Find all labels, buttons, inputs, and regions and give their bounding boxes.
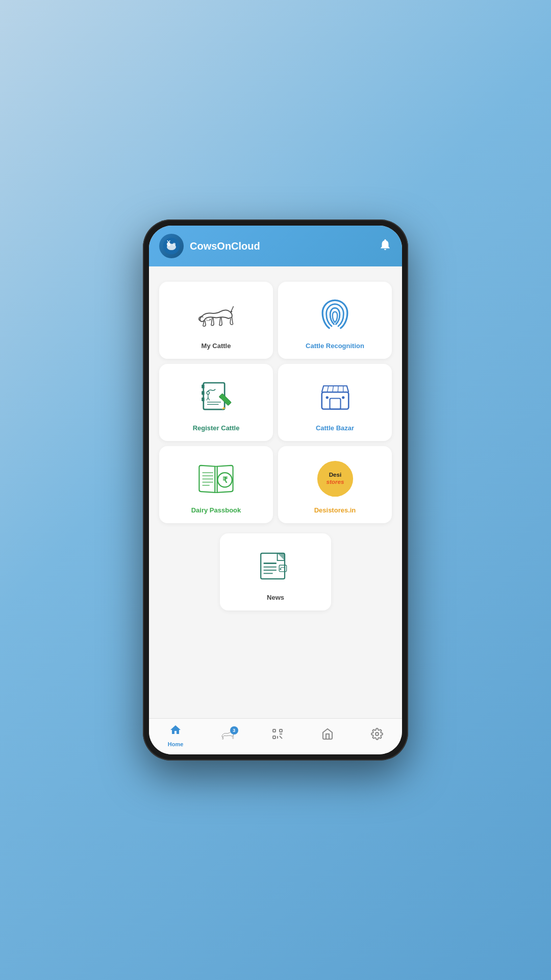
app-logo [159, 234, 184, 258]
svg-line-14 [208, 398, 209, 400]
home-icon [169, 724, 182, 739]
svg-point-23 [342, 396, 344, 399]
svg-point-49 [375, 732, 379, 736]
nav-cattle[interactable]: 3 [221, 728, 234, 743]
svg-rect-10 [202, 398, 204, 401]
register-cattle-label: Register Cattle [193, 424, 240, 432]
desistores-label: Desistores.in [314, 506, 356, 514]
svg-line-13 [207, 398, 208, 400]
svg-rect-44 [280, 729, 282, 732]
app-title: CowsOnCloud [190, 240, 372, 252]
news-item[interactable]: News [220, 533, 332, 610]
nav-home[interactable]: Home [168, 724, 184, 747]
passbook-icon: ₹ [196, 458, 237, 499]
svg-rect-36 [261, 553, 285, 579]
svg-rect-8 [202, 385, 204, 388]
cattle-bazar-item[interactable]: Cattle Bazar [278, 364, 392, 441]
cattle-recognition-label: Cattle Recognition [306, 342, 364, 350]
bottom-nav: Home 3 [149, 718, 402, 754]
svg-rect-21 [330, 399, 340, 409]
nav-home-label: Home [168, 741, 184, 747]
fingerprint-icon [315, 294, 356, 335]
svg-text:₹: ₹ [222, 476, 228, 484]
svg-point-3 [173, 243, 176, 246]
register-cattle-item[interactable]: Register Cattle [159, 364, 273, 441]
settings-icon [371, 728, 383, 743]
nav-settings[interactable] [371, 728, 383, 743]
news-row: News [154, 528, 397, 616]
svg-point-11 [207, 391, 209, 394]
svg-point-22 [325, 396, 328, 399]
svg-rect-9 [202, 391, 204, 395]
svg-rect-20 [321, 392, 348, 409]
cattle-bazar-label: Cattle Bazar [316, 424, 354, 432]
dairy-passbook-label: Dairy Passbook [191, 506, 241, 514]
desi-icon: Desi stores [315, 458, 356, 499]
desistores-item[interactable]: Desi stores Desistores.in [278, 446, 392, 523]
news-icon [255, 546, 296, 586]
my-cattle-item[interactable]: My Cattle [159, 282, 273, 359]
svg-text:stores: stores [326, 478, 344, 485]
news-label: News [267, 594, 284, 601]
my-cattle-label: My Cattle [202, 342, 231, 350]
svg-text:Desi: Desi [329, 471, 341, 478]
cattle-icon [196, 294, 237, 335]
menu-grid: My Cattle [154, 277, 397, 528]
shop-icon [321, 728, 334, 743]
cattle-recognition-item[interactable]: Cattle Recognition [278, 282, 392, 359]
svg-point-2 [167, 242, 170, 246]
phone-frame: CowsOnCloud [143, 219, 408, 761]
svg-point-42 [280, 569, 282, 570]
bell-icon[interactable] [379, 238, 392, 254]
bazar-icon [315, 376, 356, 417]
register-icon [196, 376, 237, 417]
main-content: My Cattle [149, 266, 402, 718]
phone-screen: CowsOnCloud [149, 226, 402, 754]
dairy-passbook-item[interactable]: ₹ Dairy Passbook [159, 446, 273, 523]
cattle-badge: 3 [230, 726, 238, 734]
scan-icon [271, 728, 284, 743]
app-header: CowsOnCloud [149, 226, 402, 266]
svg-point-6 [231, 311, 232, 312]
svg-rect-43 [273, 729, 276, 732]
svg-rect-45 [273, 736, 276, 739]
nav-shop[interactable] [321, 728, 334, 743]
svg-line-48 [280, 736, 282, 739]
nav-scan[interactable] [271, 728, 284, 743]
